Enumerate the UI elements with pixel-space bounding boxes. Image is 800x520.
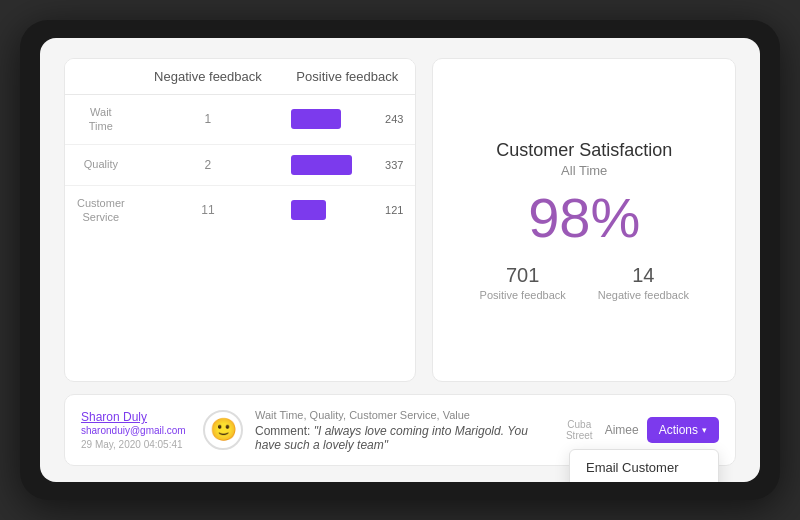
table-row: Customer Service 11 121 — [65, 185, 415, 234]
neg-value: 2 — [137, 144, 280, 185]
positive-stat: 701 Positive feedback — [480, 264, 566, 301]
smiley-icon: 🙂 — [203, 410, 243, 450]
satisfaction-title: Customer Satisfaction — [496, 140, 672, 161]
pos-value: 243 — [375, 113, 403, 125]
positive-count: 701 — [480, 264, 566, 287]
review-row: Sharon Duly sharonduiy@gmail.com 29 May,… — [64, 394, 736, 466]
pos-cell: 243 — [279, 95, 415, 145]
top-section: Negative feedback Positive feedback Wait… — [64, 58, 736, 382]
actions-dropdown: Email Customer Give Loyalty Points — [569, 449, 719, 482]
col-empty — [65, 59, 137, 95]
reviewer-email: sharonduiy@gmail.com — [81, 425, 191, 436]
pos-cell: 121 — [279, 185, 415, 234]
positive-label: Positive feedback — [480, 289, 566, 301]
actions-button[interactable]: Actions ▾ — [647, 417, 719, 443]
negative-label: Negative feedback — [598, 289, 689, 301]
satisfaction-subtitle: All Time — [561, 163, 607, 178]
review-content: Wait Time, Quality, Customer Service, Va… — [255, 409, 550, 452]
negative-count: 14 — [598, 264, 689, 287]
review-right: Aimee Actions ▾ Email Customer Give Loya… — [605, 417, 719, 443]
satisfaction-panel: Customer Satisfaction All Time 98% 701 P… — [432, 58, 736, 382]
row-label: Quality — [65, 144, 137, 185]
pos-value: 337 — [375, 159, 403, 171]
negative-stat: 14 Negative feedback — [598, 264, 689, 301]
review-location: Cuba Street — [566, 419, 593, 441]
row-label: Wait Time — [65, 95, 137, 145]
neg-value: 11 — [137, 185, 280, 234]
actions-label: Actions — [659, 423, 698, 437]
reviewer-date: 29 May, 2020 04:05:41 — [81, 439, 191, 450]
email-customer-item[interactable]: Email Customer — [570, 450, 718, 482]
device-frame: Negative feedback Positive feedback Wait… — [20, 20, 780, 500]
col-negative-header: Negative feedback — [137, 59, 280, 95]
review-comment: Comment: "I always love coming into Mari… — [255, 424, 550, 452]
reviewer-name[interactable]: Sharon Duly — [81, 410, 191, 424]
chevron-down-icon: ▾ — [702, 425, 707, 435]
reviewer-info: Sharon Duly sharonduiy@gmail.com 29 May,… — [81, 410, 191, 450]
screen: Negative feedback Positive feedback Wait… — [40, 38, 760, 482]
col-positive-header: Positive feedback — [279, 59, 415, 95]
feedback-table: Negative feedback Positive feedback Wait… — [64, 58, 416, 382]
pos-cell: 337 — [279, 144, 415, 185]
satisfaction-percent: 98% — [528, 190, 640, 246]
table-row: Wait Time 1 243 — [65, 95, 415, 145]
review-tags: Wait Time, Quality, Customer Service, Va… — [255, 409, 550, 421]
table-row: Quality 2 337 — [65, 144, 415, 185]
satisfaction-stats: 701 Positive feedback 14 Negative feedba… — [480, 264, 689, 301]
neg-value: 1 — [137, 95, 280, 145]
staff-name: Aimee — [605, 423, 639, 437]
pos-value: 121 — [375, 204, 403, 216]
row-label: Customer Service — [65, 185, 137, 234]
comment-prefix: Comment: — [255, 424, 310, 438]
